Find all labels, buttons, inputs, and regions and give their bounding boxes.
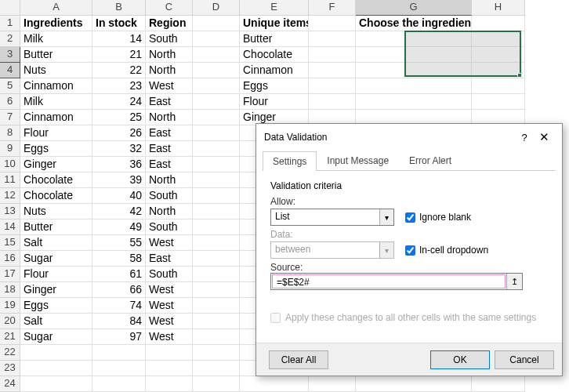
cell[interactable]: Milk	[20, 94, 92, 110]
cell[interactable]: Cinnamon	[20, 110, 92, 125]
cell[interactable]: South	[146, 220, 193, 235]
cell[interactable]: 24	[92, 94, 146, 110]
cell[interactable]: West	[146, 298, 193, 314]
cell[interactable]: 14	[92, 31, 146, 47]
cell[interactable]: West	[146, 78, 193, 94]
cell[interactable]: 42	[92, 204, 146, 220]
row-header[interactable]: 3	[0, 47, 20, 63]
cell[interactable]	[193, 31, 240, 47]
cell[interactable]	[356, 63, 472, 78]
cell[interactable]	[356, 78, 472, 94]
col-header-H[interactable]: H	[472, 0, 525, 16]
cell[interactable]	[193, 63, 240, 78]
range-picker-icon[interactable]: ↥	[506, 274, 522, 289]
cell[interactable]: 39	[92, 172, 146, 188]
cell[interactable]: Flour	[20, 267, 92, 282]
cell[interactable]: Butter	[20, 220, 92, 235]
row-header[interactable]: 6	[0, 94, 20, 110]
cell[interactable]: Cinnamon	[240, 63, 309, 78]
corner-header[interactable]	[0, 0, 20, 16]
cell[interactable]: 32	[92, 141, 146, 157]
cell[interactable]: 97	[92, 329, 146, 345]
col-header-F[interactable]: F	[309, 0, 356, 16]
cell[interactable]: 26	[92, 125, 146, 141]
cell[interactable]: North	[146, 172, 193, 188]
cell[interactable]	[146, 376, 193, 392]
row-header[interactable]: 24	[0, 376, 20, 392]
cell[interactable]: East	[146, 157, 193, 172]
cell[interactable]: South	[146, 267, 193, 282]
cell[interactable]	[309, 47, 356, 63]
ok-button[interactable]: OK	[430, 350, 490, 369]
cell[interactable]: Chocolate	[20, 188, 92, 204]
cell[interactable]	[193, 172, 240, 188]
cell[interactable]	[193, 141, 240, 157]
row-header[interactable]: 5	[0, 78, 20, 94]
cell[interactable]: Butter	[240, 31, 309, 47]
cell[interactable]: 61	[92, 267, 146, 282]
cell[interactable]	[309, 16, 356, 31]
cell[interactable]: South	[146, 31, 193, 47]
allow-select[interactable]: List ▾	[270, 209, 394, 226]
tab-input-message[interactable]: Input Message	[317, 151, 399, 170]
cell[interactable]	[193, 329, 240, 345]
tab-error-alert[interactable]: Error Alert	[399, 151, 462, 170]
cell[interactable]	[472, 376, 525, 392]
row-header[interactable]: 12	[0, 188, 20, 204]
row-header[interactable]: 21	[0, 329, 20, 345]
cell[interactable]: Salt	[20, 314, 92, 329]
cell[interactable]: South	[146, 188, 193, 204]
cell[interactable]: Flour	[240, 94, 309, 110]
col-header-D[interactable]: D	[193, 0, 240, 16]
cell[interactable]	[472, 16, 525, 31]
cell[interactable]: 36	[92, 157, 146, 172]
cell[interactable]: Salt	[20, 235, 92, 251]
cell[interactable]: West	[146, 282, 193, 298]
cell[interactable]	[193, 94, 240, 110]
cell[interactable]: 25	[92, 110, 146, 125]
row-header[interactable]: 23	[0, 361, 20, 376]
cell[interactable]	[193, 298, 240, 314]
close-icon[interactable]: ✕	[532, 130, 556, 144]
cell[interactable]: 23	[92, 78, 146, 94]
cell[interactable]	[20, 361, 92, 376]
cell[interactable]: Chocolate	[240, 47, 309, 63]
cell[interactable]	[356, 47, 472, 63]
cell[interactable]	[472, 31, 525, 47]
source-input[interactable]: =$E$2#	[272, 274, 506, 289]
cell[interactable]: Eggs	[20, 141, 92, 157]
cell[interactable]: Milk	[20, 31, 92, 47]
incell-dropdown-checkbox[interactable]: In-cell dropdown	[405, 245, 488, 256]
cell[interactable]	[20, 345, 92, 361]
row-header[interactable]: 13	[0, 204, 20, 220]
cell[interactable]	[193, 376, 240, 392]
row-header[interactable]: 4	[0, 63, 20, 78]
row-header[interactable]: 18	[0, 282, 20, 298]
row-header[interactable]: 1	[0, 16, 20, 31]
cell[interactable]: Region	[146, 16, 193, 31]
cell[interactable]: 74	[92, 298, 146, 314]
cell[interactable]	[193, 282, 240, 298]
cell[interactable]	[472, 94, 525, 110]
row-header[interactable]: 17	[0, 267, 20, 282]
cell[interactable]: 55	[92, 235, 146, 251]
cell[interactable]	[92, 376, 146, 392]
cell[interactable]: Nuts	[20, 204, 92, 220]
row-header[interactable]: 9	[0, 141, 20, 157]
cell[interactable]	[193, 345, 240, 361]
cell[interactable]: 22	[92, 63, 146, 78]
cell[interactable]: Ginger	[20, 157, 92, 172]
cell[interactable]	[193, 251, 240, 267]
row-header[interactable]: 15	[0, 235, 20, 251]
cell[interactable]	[193, 110, 240, 125]
cell[interactable]	[309, 63, 356, 78]
cell[interactable]	[472, 47, 525, 63]
cell[interactable]: West	[146, 329, 193, 345]
cell[interactable]: 21	[92, 47, 146, 63]
row-header[interactable]: 22	[0, 345, 20, 361]
cell[interactable]: 49	[92, 220, 146, 235]
cell[interactable]	[356, 376, 472, 392]
cell[interactable]	[146, 345, 193, 361]
cell[interactable]: Unique items	[240, 16, 309, 31]
cell[interactable]	[356, 94, 472, 110]
